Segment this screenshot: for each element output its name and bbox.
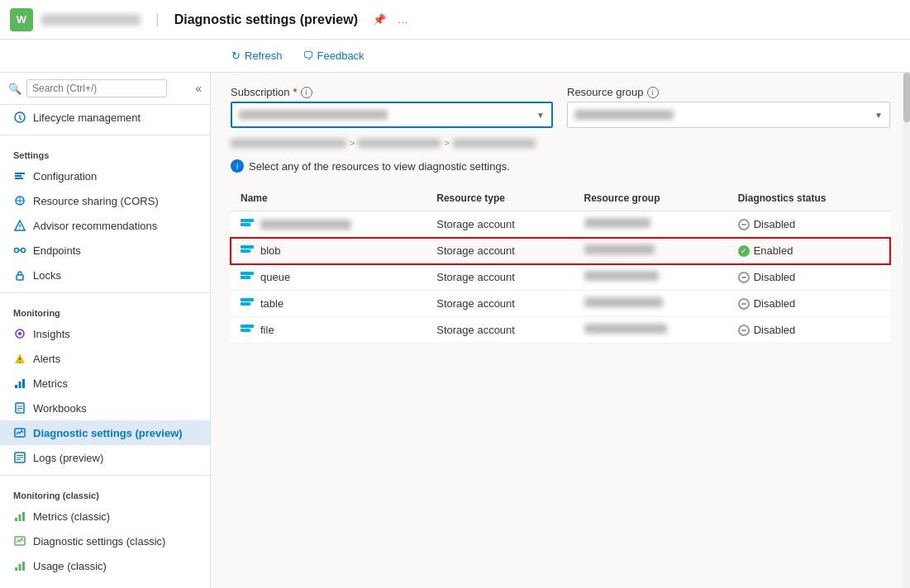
resource-group-info-icon[interactable]: i [647, 87, 659, 98]
cell-name: file [231, 317, 426, 344]
resource-icon [241, 219, 254, 230]
breadcrumb-item-2[interactable] [358, 139, 441, 148]
sidebar-item-workbooks[interactable]: Workbooks [0, 396, 210, 420]
collapse-button[interactable]: « [195, 82, 202, 95]
sidebar-item-logs[interactable]: Logs (preview) [0, 445, 210, 470]
diagnostic-icon [13, 426, 26, 439]
subscription-label-text: Subscription [231, 86, 290, 98]
cell-resource-type: Storage account [426, 211, 574, 238]
sidebar-label-advisor: Advisor recommendations [33, 220, 157, 232]
sidebar-item-usage-classic[interactable]: Usage (classic) [0, 553, 210, 578]
sidebar-label-usage-classic: Usage (classic) [33, 560, 107, 572]
sidebar-item-locks[interactable]: Locks [0, 263, 210, 287]
status-label: Disabled [754, 297, 796, 310]
svg-point-9 [19, 228, 20, 229]
breadcrumb: > > [231, 138, 890, 148]
table-row[interactable]: file Storage account Disabled [231, 317, 890, 344]
app-icon-label: W [17, 13, 26, 26]
table-row[interactable]: table Storage account Disabled [231, 291, 890, 317]
cell-status: ✓ Enabled [728, 238, 890, 264]
sidebar-label-metrics: Metrics [33, 377, 68, 390]
header-separator: | [155, 11, 160, 28]
sidebar-label-diagnostic-classic: Diagnostic settings (classic) [33, 535, 165, 548]
cors-icon [13, 194, 26, 207]
status-disabled-icon [738, 272, 750, 283]
table-row[interactable]: blob Storage account ✓ Enabled [231, 238, 890, 264]
svg-rect-13 [17, 275, 23, 280]
search-input[interactable] [26, 79, 167, 97]
cell-resource-type: Storage account [426, 291, 574, 317]
sidebar-item-diagnostic[interactable]: Diagnostic settings (preview) [0, 420, 210, 445]
resource-group-dropdown[interactable]: ▼ [567, 102, 890, 128]
sidebar-item-cors[interactable]: Resource sharing (CORS) [0, 188, 210, 213]
row-name-blurred [260, 220, 351, 230]
cell-name: table [231, 291, 426, 317]
sidebar: 🔍 « Lifecycle management Settings Config… [0, 73, 211, 588]
endpoints-icon [13, 244, 26, 257]
metrics-classic-icon [13, 510, 26, 523]
content-area: Subscription * i ▼ Resource group i [211, 73, 910, 588]
resource-icon [241, 272, 254, 283]
svg-rect-32 [19, 514, 21, 521]
refresh-button[interactable]: ↻ Refresh [223, 46, 291, 65]
workbooks-icon [13, 401, 26, 415]
lifecycle-icon [13, 111, 26, 124]
sidebar-item-endpoints[interactable]: Endpoints [0, 238, 210, 263]
sidebar-label-metrics-classic: Metrics (classic) [33, 510, 110, 523]
svg-point-11 [21, 249, 26, 253]
resource-group-blurred [584, 324, 667, 334]
sidebar-item-metrics-classic[interactable]: Metrics (classic) [0, 504, 210, 529]
sidebar-item-lifecycle[interactable]: Lifecycle management [0, 105, 210, 130]
breadcrumb-item-1[interactable] [231, 139, 346, 148]
resource-group-blurred [584, 271, 659, 281]
sidebar-item-configuration[interactable]: Configuration [0, 164, 210, 188]
sidebar-item-metrics[interactable]: Metrics [0, 371, 210, 396]
svg-point-10 [15, 249, 19, 253]
col-diagnostics-status: Diagnostics status [728, 186, 890, 211]
insights-icon [13, 327, 26, 340]
feedback-button[interactable]: 🗨 Feedback [294, 46, 373, 65]
divider-settings [0, 135, 210, 135]
divider-monitoring [0, 292, 210, 293]
main-layout: 🔍 « Lifecycle management Settings Config… [0, 73, 910, 588]
refresh-label: Refresh [245, 50, 283, 62]
status-disabled: Disabled [738, 297, 880, 310]
status-label: Disabled [754, 324, 796, 336]
cell-status: Disabled [728, 211, 890, 238]
sidebar-item-advisor[interactable]: Advisor recommendations [0, 213, 210, 238]
more-icon[interactable]: … [398, 13, 408, 26]
svg-rect-2 [15, 175, 21, 177]
section-monitoring: Monitoring [0, 298, 210, 321]
status-enabled: ✓ Enabled [738, 244, 880, 257]
cell-resource-group [574, 317, 728, 344]
search-icon: 🔍 [8, 83, 21, 95]
resource-group-blurred [584, 297, 663, 307]
section-settings: Settings [0, 140, 210, 164]
subscription-dropdown[interactable]: ▼ [231, 102, 553, 128]
svg-rect-3 [15, 178, 23, 179]
breadcrumb-sep-2: > [444, 138, 449, 148]
table-row[interactable]: queue Storage account Disabled [231, 264, 890, 291]
sidebar-item-alerts[interactable]: Alerts [0, 346, 210, 371]
info-icon-circle: i [231, 159, 244, 173]
subscription-info-icon[interactable]: i [301, 87, 312, 98]
svg-rect-36 [19, 564, 21, 571]
cell-resource-type: Storage account [426, 317, 574, 344]
resource-group-value-blurred [574, 110, 674, 120]
sidebar-item-diagnostic-classic[interactable]: Diagnostic settings (classic) [0, 529, 210, 553]
cell-resource-group [574, 264, 728, 291]
pin-icon[interactable]: 📌 [373, 13, 386, 26]
scroll-thumb[interactable] [903, 73, 910, 122]
sidebar-label-alerts: Alerts [33, 353, 60, 365]
table-row[interactable]: Storage account Disabled [231, 211, 890, 238]
subscription-value-blurred [239, 110, 388, 120]
sidebar-label-workbooks: Workbooks [33, 402, 87, 415]
scroll-track[interactable] [903, 73, 910, 588]
svg-point-18 [19, 362, 20, 363]
cell-resource-type: Storage account [426, 238, 574, 264]
cell-status: Disabled [728, 291, 890, 317]
diagnostic-classic-icon [13, 534, 26, 548]
sidebar-item-insights[interactable]: Insights [0, 321, 210, 346]
locks-icon [13, 268, 26, 282]
resource-group-form-group: Resource group i ▼ [567, 86, 890, 128]
